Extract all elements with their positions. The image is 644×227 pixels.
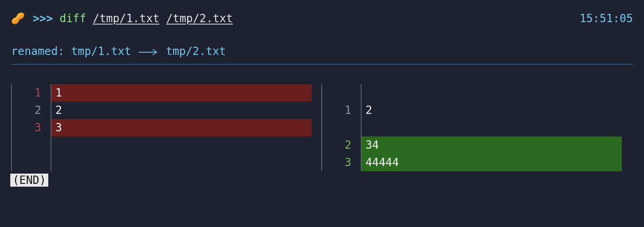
diff-right-pane: 1 2 3 2 34 44444: [321, 84, 622, 171]
diff-line-context: 2: [51, 102, 312, 119]
diff-line-context: 2: [362, 102, 622, 119]
renamed-header: renamed: tmp/1.txt tmp/2.txt: [11, 45, 633, 59]
arrow-right-icon: [138, 45, 159, 59]
pager-end-marker: (END): [10, 174, 48, 187]
prompt-symbol: >>>: [33, 12, 53, 25]
line-number: 3: [12, 119, 41, 136]
line-number: [322, 119, 351, 136]
right-gutter: 1 2 3: [321, 84, 361, 171]
diff-line-empty: [362, 119, 622, 136]
command-name: diff: [59, 12, 86, 25]
timestamp: 15:51:05: [580, 12, 633, 25]
diff-line-empty: [51, 136, 312, 154]
diff-line-added: 44444: [362, 154, 622, 171]
prompt-emoji: 🥜: [11, 12, 25, 25]
diff-line-empty: [362, 84, 622, 102]
line-number: 1: [12, 84, 41, 102]
line-number: 1: [322, 102, 351, 119]
left-content: 1 2 3: [51, 84, 312, 171]
prompt-line: 🥜 >>> diff /tmp/1.txt /tmp/2.txt 15:51:0…: [11, 12, 633, 25]
line-number: 2: [322, 136, 351, 154]
diff-line-deleted: 3: [51, 119, 312, 136]
renamed-from: tmp/1.txt: [71, 45, 131, 58]
renamed-label: renamed:: [11, 45, 64, 58]
command-arg-1: /tmp/1.txt: [93, 12, 160, 25]
diff-line-empty: [51, 154, 312, 171]
line-number: 2: [12, 102, 41, 119]
line-number: [12, 136, 41, 154]
left-gutter: 1 2 3: [11, 84, 51, 171]
diff-left-pane: 1 2 3 1 2 3: [11, 84, 312, 171]
command-arg-2: /tmp/2.txt: [166, 12, 233, 25]
line-number: [322, 84, 351, 102]
line-number: 3: [322, 154, 351, 171]
diff-line-deleted: 1: [51, 84, 312, 102]
diff-line-added: 34: [362, 136, 622, 154]
divider: [11, 64, 633, 64]
right-content: 2 34 44444: [361, 84, 622, 171]
renamed-to: tmp/2.txt: [166, 45, 226, 58]
line-number: [12, 154, 41, 171]
diff-panes: 1 2 3 1 2 3 1 2 3 2 34 44444: [11, 84, 633, 171]
